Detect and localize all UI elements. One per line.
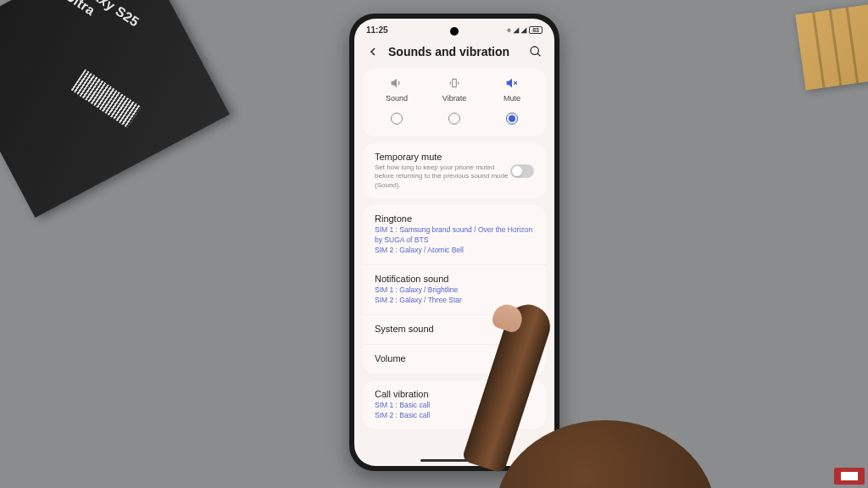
mode-vibrate[interactable]: Vibrate — [426, 77, 483, 125]
mode-mute-radio[interactable] — [506, 113, 518, 125]
ringtone-sim2: SIM 2 : Galaxy / Atomic Bell — [375, 246, 534, 256]
page-header: Sounds and vibration — [354, 38, 554, 69]
status-time: 11:25 — [366, 25, 388, 35]
wooden-block — [795, 3, 868, 90]
box-product-name: Galaxy S25 Ultra — [63, 0, 171, 63]
notification-title: Notification sound — [375, 274, 534, 284]
page-title: Sounds and vibration — [388, 45, 520, 58]
ringtone-sim1: SIM 1 : Samsung brand sound / Over the H… — [375, 225, 534, 246]
temp-mute-title: Temporary mute — [375, 152, 510, 162]
temp-mute-toggle[interactable] — [510, 164, 534, 178]
mode-mute-label: Mute — [504, 94, 520, 103]
notification-sim1: SIM 1 : Galaxy / Brightline — [375, 286, 534, 296]
svg-rect-3 — [453, 79, 457, 86]
product-box: Galaxy S25 Ultra — [0, 0, 230, 218]
wifi-icon: ◢ — [514, 26, 519, 34]
svg-point-0 — [531, 47, 538, 54]
sound-mode-selector: Sound Vibrate Mute — [363, 69, 546, 136]
sound-icon — [391, 77, 403, 89]
mode-sound[interactable]: Sound — [368, 77, 426, 125]
back-button[interactable] — [366, 45, 380, 58]
battery-level: 83 — [529, 26, 542, 34]
mode-vibrate-radio[interactable] — [448, 113, 460, 125]
mode-sound-radio[interactable] — [391, 113, 403, 125]
svg-line-1 — [537, 53, 540, 56]
mute-icon — [506, 77, 518, 89]
temp-mute-section: Temporary mute Set how long to keep your… — [363, 143, 546, 198]
ringtone-title: Ringtone — [375, 214, 534, 224]
signal-icon: ◢ — [521, 26, 526, 34]
vibrate-icon — [448, 77, 460, 89]
mode-sound-label: Sound — [386, 94, 408, 103]
mode-vibrate-label: Vibrate — [442, 94, 466, 103]
status-right: ⟐ ◢ ◢ 83 — [507, 26, 542, 34]
mode-mute[interactable]: Mute — [483, 77, 541, 125]
hand — [461, 302, 631, 488]
camera-hole — [450, 27, 459, 36]
temp-mute-desc: Set how long to keep your phone muted be… — [375, 164, 510, 190]
corner-logo — [834, 468, 865, 485]
svg-marker-6 — [507, 80, 511, 86]
ringtone-row[interactable]: Ringtone SIM 1 : Samsung brand sound / O… — [363, 205, 546, 264]
search-button[interactable] — [529, 45, 542, 58]
temp-mute-row[interactable]: Temporary mute Set how long to keep your… — [363, 143, 546, 198]
nfc-icon: ⟐ — [507, 26, 511, 34]
svg-marker-2 — [392, 80, 396, 86]
box-barcode — [71, 69, 142, 128]
